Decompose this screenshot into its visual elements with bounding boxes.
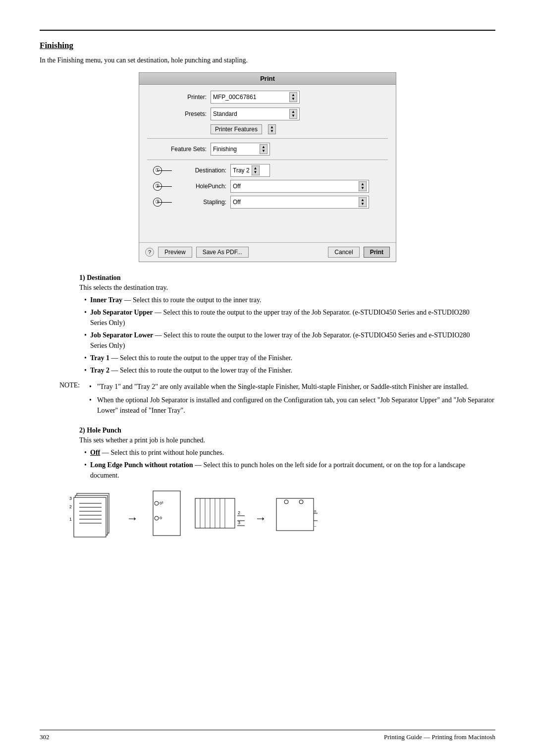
- diagram-portrait-stack: 3 2 1: [69, 488, 119, 548]
- presets-value: Standard: [213, 110, 287, 117]
- stepper-dn-icon: ▼: [361, 186, 365, 190]
- stepper-dn-icon: ▼: [270, 129, 274, 133]
- print-button[interactable]: Print: [364, 247, 390, 258]
- line-2: [158, 186, 172, 187]
- destination-section-title: 1) Destination: [79, 274, 476, 282]
- holepunch-bullets: Off — Select this to print without hole …: [79, 447, 476, 481]
- svg-text:2: 2: [69, 504, 72, 509]
- holepunch-stepper[interactable]: ▲ ▼: [359, 181, 367, 191]
- top-rule: [40, 30, 495, 31]
- presets-select[interactable]: Standard ▲ ▼: [211, 108, 300, 120]
- note-content: "Tray 1" and "Tray 2" are only available…: [89, 381, 495, 419]
- stapling-stepper[interactable]: ▲ ▼: [359, 197, 367, 207]
- stepper-dn-icon: ▼: [262, 149, 266, 153]
- svg-text:o¹: o¹: [160, 500, 163, 505]
- stapling-value: Off: [233, 199, 357, 206]
- svg-text:o: o: [160, 515, 162, 520]
- holepunch-select[interactable]: Off ▲ ▼: [230, 180, 369, 193]
- stepper-dn-icon: ▼: [291, 97, 295, 101]
- note-label: NOTE:: [59, 381, 89, 419]
- printer-label: Printer:: [147, 94, 207, 101]
- stepper-dn-icon: ▼: [361, 202, 365, 206]
- svg-text:3: 3: [69, 496, 72, 501]
- svg-point-31: [299, 500, 303, 504]
- bullet-tray1: Tray 1 — Select this to route the output…: [84, 353, 476, 363]
- help-icon[interactable]: ?: [145, 248, 154, 257]
- feature-sets-label: Feature Sets:: [147, 146, 207, 153]
- svg-rect-12: [153, 491, 180, 536]
- svg-point-13: [155, 501, 159, 505]
- note-section: NOTE: "Tray 1" and "Tray 2" are only ava…: [59, 381, 495, 419]
- stepper-dn-icon: ▼: [291, 114, 295, 118]
- bullet-long-edge: Long Edge Punch without rotation — Selec…: [84, 460, 476, 481]
- destination-value: Tray 2: [233, 167, 250, 174]
- holepunch-value: Off: [233, 183, 357, 190]
- dialog-divider2: [147, 160, 388, 160]
- svg-point-14: [155, 516, 159, 520]
- holepunch-label: HolePunch:: [172, 183, 226, 190]
- bullet-job-sep-upper: Job Separator Upper — Select this to rou…: [84, 307, 476, 328]
- line-1: [158, 170, 172, 171]
- diagram-landscape-stack: 2 3: [193, 488, 247, 548]
- print-dialog: Print Printer: MFP_00C67861 ▲ ▼ Presets:…: [139, 72, 396, 262]
- printer-features-button[interactable]: Printer Features: [211, 124, 262, 134]
- cancel-button[interactable]: Cancel: [328, 247, 359, 258]
- svg-text:2: 2: [238, 510, 240, 515]
- stapling-select[interactable]: Off ▲ ▼: [230, 196, 369, 209]
- body-content: 1) Destination This selects the destinat…: [79, 274, 476, 376]
- stepper-dn-icon: ▼: [254, 170, 258, 174]
- feature-sets-select[interactable]: Finishing ▲ ▼: [211, 143, 270, 156]
- destination-row: ① Destination: Tray 2 ▲ ▼: [172, 164, 388, 177]
- note-bullet-2: When the optional Job Separator is insta…: [89, 395, 495, 416]
- svg-text:–: –: [314, 524, 317, 528]
- svg-text:o: o: [314, 509, 317, 513]
- note-bullet-1: "Tray 1" and "Tray 2" are only available…: [89, 381, 495, 392]
- presets-stepper[interactable]: ▲ ▼: [289, 109, 297, 119]
- printer-value: MFP_00C67861: [213, 94, 287, 101]
- holepunch-row: ② HolePunch: Off ▲ ▼: [172, 180, 388, 193]
- destination-label: Destination:: [172, 167, 226, 174]
- svg-point-30: [284, 500, 288, 504]
- destination-stepper[interactable]: ▲ ▼: [252, 165, 260, 175]
- diagrams-container: 3 2 1 → o¹ o: [69, 488, 495, 548]
- guide-text: Printing Guide — Printing from Macintosh: [384, 733, 495, 741]
- stapling-row: ③ Stapling: Off ▲ ▼: [172, 196, 388, 209]
- feature-sets-stepper[interactable]: ▲ ▼: [260, 144, 268, 154]
- holepunch-section: 2) Hole Punch This sets whether a print …: [79, 427, 476, 481]
- section-title: Finishing: [40, 41, 495, 51]
- svg-text:1: 1: [69, 517, 72, 522]
- printer-stepper[interactable]: ▲ ▼: [289, 92, 297, 102]
- panel-stepper[interactable]: ▲ ▼: [268, 124, 276, 134]
- diagram-portrait-holes: o¹ o: [146, 488, 185, 548]
- feature-sets-row: Feature Sets: Finishing ▲ ▼: [147, 143, 388, 156]
- numbered-params: ① Destination: Tray 2 ▲ ▼ ② Hole: [147, 164, 388, 209]
- stapling-label: Stapling:: [172, 199, 226, 206]
- svg-rect-29: [276, 498, 314, 531]
- holepunch-desc: This sets whether a print job is hole pu…: [79, 436, 476, 444]
- dialog-titlebar: Print: [139, 73, 396, 85]
- dialog-divider: [147, 138, 388, 139]
- svg-text:3: 3: [238, 520, 240, 525]
- arrow-right-2: →: [255, 511, 267, 525]
- presets-label: Presets:: [147, 110, 207, 117]
- feature-sets-value: Finishing: [213, 146, 258, 153]
- note-bullets: "Tray 1" and "Tray 2" are only available…: [89, 381, 495, 416]
- destination-select[interactable]: Tray 2 ▲ ▼: [230, 164, 270, 177]
- dialog-footer: ? Preview Save As PDF... Cancel Print: [139, 242, 396, 262]
- arrow-right-1: →: [126, 511, 138, 525]
- bullet-inner-tray: Inner Tray — Select this to route the ou…: [84, 295, 476, 305]
- bullet-tray2: Tray 2 — Select this to route the output…: [84, 365, 476, 376]
- holepunch-section-title: 2) Hole Punch: [79, 427, 476, 434]
- page-number: 302: [40, 733, 50, 741]
- panel-row: Printer Features ▲ ▼: [147, 124, 388, 134]
- bullet-off: Off — Select this to print without hole …: [84, 447, 476, 458]
- printer-select[interactable]: MFP_00C67861 ▲ ▼: [211, 91, 300, 104]
- presets-row: Presets: Standard ▲ ▼: [147, 108, 388, 120]
- printer-row: Printer: MFP_00C67861 ▲ ▼: [147, 91, 388, 104]
- save-as-pdf-button[interactable]: Save As PDF...: [196, 247, 249, 258]
- dialog-spacer: [147, 212, 388, 236]
- intro-text: In the Finishing menu, you can set desti…: [40, 56, 495, 64]
- page-footer: 302 Printing Guide — Printing from Macin…: [40, 730, 495, 741]
- destination-desc: This selects the destination tray.: [79, 284, 476, 292]
- preview-button[interactable]: Preview: [158, 247, 192, 258]
